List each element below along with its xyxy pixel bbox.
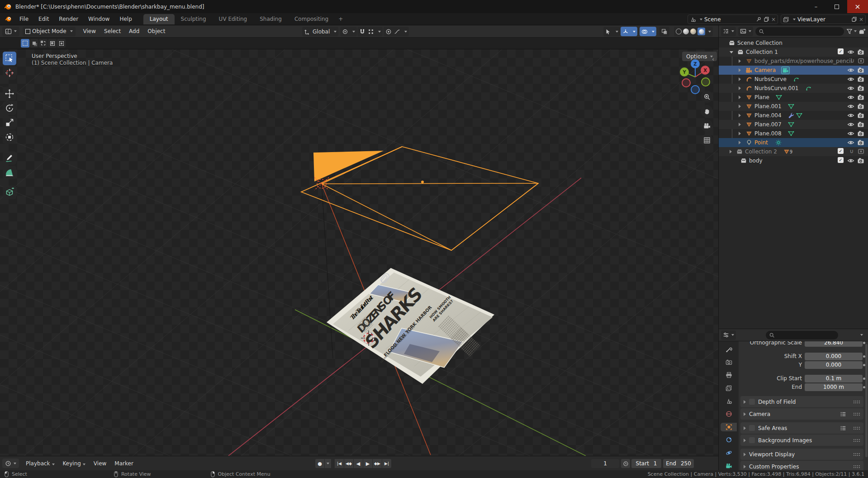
outliner-row-plane-001[interactable]: Plane.001 — [719, 102, 868, 111]
select-mode-set-button[interactable] — [21, 39, 29, 48]
hide-eye-icon[interactable] — [847, 85, 854, 92]
menu-window[interactable]: Window — [83, 14, 114, 24]
outliner-display-mode-button[interactable] — [721, 27, 736, 36]
animate-dot[interactable] — [863, 342, 865, 344]
disclosure-right-icon[interactable] — [730, 150, 732, 153]
hide-eye-icon[interactable] — [847, 121, 854, 128]
pin-icon[interactable] — [756, 16, 762, 22]
clip-end-field[interactable]: 1000 m — [805, 383, 863, 391]
select-mode-extend-button[interactable] — [30, 39, 38, 48]
close-button[interactable]: × — [847, 0, 868, 13]
filter-funnel-icon[interactable] — [846, 28, 853, 34]
outliner-row-scene-collection[interactable]: Scene Collection — [719, 38, 868, 48]
hide-eye-icon[interactable] — [847, 139, 854, 146]
outliner-row-plane[interactable]: Plane — [719, 93, 868, 102]
shading-wireframe-button[interactable] — [676, 29, 682, 34]
tab-physics[interactable] — [721, 449, 737, 458]
workspace-tab-sculpting[interactable]: Sculpting — [175, 14, 213, 24]
menu-timeline-view[interactable]: View — [90, 460, 110, 467]
hide-eye-icon[interactable] — [847, 112, 854, 119]
workspace-tab-compositing[interactable]: Compositing — [288, 14, 335, 24]
next-keyframe-button[interactable]: ◆▶ — [373, 459, 382, 468]
gizmo-z-neg[interactable] — [691, 86, 699, 94]
panel-depth-of-field[interactable]: Depth of Field — [740, 396, 863, 407]
panel-safe-areas[interactable]: Safe Areas — [740, 422, 863, 434]
menu-file[interactable]: File — [14, 14, 33, 24]
tab-object-data[interactable] — [721, 461, 737, 470]
use-preview-range-button[interactable] — [621, 459, 630, 468]
panel-custom-properties[interactable]: Custom Properties — [740, 461, 863, 470]
camera-view-button[interactable] — [701, 120, 713, 132]
disclosure-right-icon[interactable] — [739, 68, 741, 72]
disclosure-right-icon[interactable] — [739, 77, 741, 81]
menu-render[interactable]: Render — [54, 14, 83, 24]
shift-y-field[interactable]: 0.000 — [805, 361, 863, 369]
panel-checkbox[interactable] — [749, 399, 755, 405]
panel-viewport-display[interactable]: Viewport Display — [740, 449, 863, 460]
outliner-search-input[interactable] — [755, 27, 844, 36]
properties-editor-type-button[interactable] — [721, 330, 736, 340]
outliner-row-body[interactable]: body ✓ — [719, 156, 868, 165]
disclosure-down-icon[interactable] — [730, 51, 733, 53]
hide-eye-icon[interactable] — [847, 94, 854, 101]
grip-icon[interactable] — [853, 426, 860, 430]
jump-to-start-button[interactable]: |◀ — [335, 459, 344, 468]
tool-transform[interactable] — [3, 130, 16, 144]
gizmo-y-neg[interactable] — [702, 78, 710, 86]
pan-button[interactable] — [701, 105, 713, 117]
tab-object[interactable] — [721, 423, 737, 432]
new-collection-icon[interactable] — [859, 28, 866, 35]
workspace-tab-layout[interactable]: Layout — [143, 14, 175, 24]
render-camera-icon[interactable] — [857, 94, 864, 101]
grip-icon[interactable] — [853, 465, 860, 468]
shading-material-button[interactable] — [690, 29, 696, 34]
scene-selector[interactable]: Scene × — [688, 14, 778, 24]
render-camera-icon[interactable] — [857, 130, 864, 137]
frame-start-field[interactable]: Start1 — [631, 459, 661, 468]
link-icon[interactable]: ∪ — [849, 148, 854, 154]
object-visibility-dropdown[interactable] — [603, 27, 620, 36]
render-camera-icon[interactable] — [857, 48, 864, 56]
viewport-3d[interactable]: The Trufort Post DOZENS OF SHARKS FLOOD … — [0, 49, 718, 456]
new-scene-icon[interactable] — [764, 16, 769, 22]
tab-tool[interactable] — [721, 345, 737, 354]
clip-start-field[interactable]: 0.1 m — [805, 375, 863, 382]
shading-solid-button[interactable] — [683, 29, 689, 34]
keying-dropdown[interactable] — [325, 459, 331, 468]
grip-icon[interactable] — [853, 453, 860, 456]
hide-eye-icon[interactable] — [847, 157, 854, 164]
tool-scale[interactable] — [3, 116, 16, 129]
gizmo-x-neg[interactable] — [682, 79, 690, 87]
tab-view-layer[interactable] — [721, 384, 737, 393]
outliner-row-camera[interactable]: Camera — [719, 66, 868, 75]
select-mode-invert-button[interactable] — [48, 39, 57, 48]
menu-playback[interactable]: Playback — [22, 460, 59, 467]
panel-checkbox[interactable] — [749, 437, 755, 443]
collection-checkbox[interactable]: ✓ — [838, 157, 844, 163]
workspace-tab-shading[interactable]: Shading — [253, 14, 288, 24]
mode-dropdown[interactable]: Object Mode — [23, 27, 76, 36]
show-gizmo-toggle[interactable] — [621, 27, 637, 36]
disclosure-right-icon[interactable] — [739, 114, 741, 117]
panel-checkbox[interactable] — [749, 425, 755, 431]
camera-object[interactable] — [301, 147, 538, 250]
auto-keying-button[interactable]: ● — [315, 459, 324, 468]
tab-scene[interactable] — [721, 397, 737, 406]
outliner-row-point[interactable]: Point — [719, 138, 868, 147]
remove-viewlayer-icon[interactable]: × — [859, 16, 863, 23]
hide-eye-icon[interactable] — [847, 76, 854, 83]
outliner-row-nurbscurve[interactable]: NurbsCurve — [719, 75, 868, 84]
play-button[interactable]: ▶ — [363, 459, 372, 468]
disclosure-right-icon[interactable] — [739, 96, 741, 99]
hide-eye-icon[interactable] — [847, 103, 854, 110]
current-frame-field[interactable]: 1 — [591, 459, 619, 468]
workspace-tab-uv-editing[interactable]: UV Editing — [213, 14, 254, 24]
grip-icon[interactable] — [853, 412, 860, 416]
menu-edit[interactable]: Edit — [33, 14, 54, 24]
tool-add-cube[interactable] — [3, 186, 16, 199]
tool-move[interactable] — [3, 87, 16, 100]
timeline-editor-type-button[interactable] — [2, 459, 19, 468]
panel-camera[interactable]: Camera — [740, 408, 863, 420]
app-menu-button[interactable] — [2, 14, 14, 24]
select-mode-intersect-button[interactable] — [57, 39, 66, 48]
